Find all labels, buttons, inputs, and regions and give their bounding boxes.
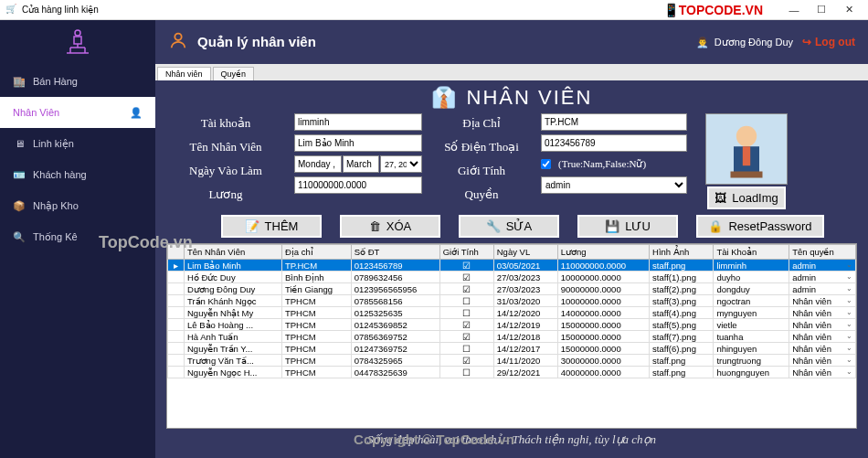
page-title: Quản lý nhân viên [197,34,316,50]
app-logo [0,20,155,66]
svg-point-8 [736,126,757,146]
nav-nhanvien[interactable]: Nhân Viên👤 [0,97,155,128]
column-header[interactable]: Địa chỉ [281,245,351,260]
tab-nhanvien[interactable]: Nhân viên [157,67,211,80]
warehouse-icon: 📦 [13,199,26,212]
data-grid[interactable]: Tên Nhân ViênĐịa chỉSố ĐTGiới TínhNgày V… [166,243,857,429]
edit-icon: 🔧 [486,219,501,233]
nav-khachhang[interactable]: 🪪Khách hàng [0,159,155,190]
table-row[interactable]: Nguyễn Trần Y...TPHCM01247369752☐14/12/2… [168,343,856,355]
column-header[interactable]: Ngày VL [493,245,557,260]
column-header[interactable]: Hình Ảnh [650,245,714,260]
panel-title: 👔 NHÂN VIÊN [166,86,857,110]
window-titlebar: 🛒 Cửa hàng linh kiện — ☐ ✕ [0,0,868,20]
delete-icon: 🗑 [369,219,381,233]
luu-button[interactable]: 💾LƯU [577,215,678,238]
input-date-year[interactable]: 27, 202 [380,155,422,173]
person-icon: 👤 [130,106,143,119]
minimize-button[interactable]: — [780,5,808,16]
input-date-day[interactable] [294,155,342,173]
column-header[interactable]: Giới Tính [439,245,493,260]
search-icon: 🔍 [13,230,26,243]
table-row[interactable]: Lê Bảo Hoàng ...TPHCM01245369852☑14/12/2… [168,319,856,331]
table-row[interactable]: Trương Văn Tấ...TPHCM0784325965☑14/11/20… [168,355,856,367]
input-sdt[interactable] [541,134,687,152]
loadimg-button[interactable]: 🖼 LoadImg [707,186,786,209]
window-title: Cửa hàng linh kiện [22,5,99,15]
label-ngay: Ngày Vào Làm [166,161,285,181]
svg-point-7 [175,33,181,39]
select-quyen[interactable]: admin [541,176,687,194]
column-header[interactable]: Lương [557,245,649,260]
image-icon: 🖼 [715,191,726,205]
save-icon: 💾 [605,219,619,233]
table-row[interactable]: Trần Khánh NgọcTPHCM0785568156☐31/03/202… [168,295,856,307]
svg-rect-1 [74,37,81,44]
label-sdt: Số Điện Thoại [431,137,532,157]
checkbox-gioitinh[interactable] [541,159,551,169]
page-header: Quản lý nhân viên 👨‍💼 Dương Đông Duy ↪ L… [155,20,868,64]
footer-text: Sống đẹp hoài, vui theo chỉ – Thách tiện… [166,429,857,454]
column-header[interactable]: Tài Khoản [714,245,789,260]
table-row[interactable]: Nguyễn Ngọc H...TPHCM04478325639☐29/12/2… [168,367,856,378]
store-icon: 🏬 [13,75,26,88]
reset-password-button[interactable]: 🔒ResetPassword [696,215,824,238]
logout-button[interactable]: ↪ Log out [802,36,855,48]
column-header[interactable]: Số ĐT [351,245,439,260]
label-truefalse: (True:Nam,False:Nữ) [558,158,646,170]
column-header[interactable] [168,245,185,260]
logout-icon: ↪ [802,36,811,48]
label-quyen: Quyền [431,185,532,205]
them-button[interactable]: 📝THÊM [221,215,322,238]
nav-nhapkho[interactable]: 📦Nhập Kho [0,190,155,221]
column-header[interactable]: Tên quyền [789,245,856,260]
input-taikhoan[interactable] [294,113,422,131]
label-luong: Lương [166,185,285,205]
close-button[interactable]: ✕ [835,4,863,16]
label-ten: Tên Nhân Viên [166,137,285,157]
nav-thongke[interactable]: 🔍Thống Kê [0,221,155,252]
table-row[interactable]: Nguyễn Nhật MyTPHCM0125325635☐14/12/2020… [168,307,856,319]
maximize-button[interactable]: ☐ [808,4,835,16]
table-row[interactable]: ▸Lim Bảo MinhTP.HCM0123456789☑03/05/2021… [168,260,856,272]
app-icon: 🛒 [5,4,18,16]
input-diachi[interactable] [541,113,687,131]
card-icon: 🪪 [13,168,26,181]
xoa-button[interactable]: 🗑XÓA [340,215,440,238]
lock-icon: 🔒 [708,219,723,233]
nav-linhkien[interactable]: 🖥Linh kiện [0,128,155,159]
user-icon [168,30,188,55]
staff-icon: 👔 [431,86,458,110]
label-taikhoan: Tài khoản [166,113,285,133]
label-gioitinh: Giới Tính [431,161,532,181]
monitor-icon: 🖥 [13,137,26,150]
input-date-month[interactable] [343,155,379,173]
table-row[interactable]: Hồ Đức DuyBình Định0789632456☑27/03/2023… [168,272,856,283]
current-user: 👨‍💼 Dương Đông Duy [696,37,793,48]
svg-rect-10 [743,146,750,165]
nav-banhang[interactable]: 🏬Bán Hàng [0,66,155,97]
column-header[interactable]: Tên Nhân Viên [185,245,282,260]
input-luong[interactable] [294,176,422,194]
sua-button[interactable]: 🔧SỬA [459,215,559,238]
table-row[interactable]: Hà Anh TuấnTPHCM07856369752☑14/12/201815… [168,331,856,343]
user-avatar-icon: 👨‍💼 [696,37,709,48]
tab-quyen[interactable]: Quyền [213,67,255,80]
svg-rect-11 [731,172,763,178]
sidebar: 🏬Bán Hàng Nhân Viên👤 🖥Linh kiện 🪪Khách h… [0,20,155,458]
tab-bar: Nhân viên Quyền [155,64,868,80]
add-icon: 📝 [245,219,259,233]
table-row[interactable]: Dương Đông DuyTiền Giangg0123956565956☑2… [168,283,856,295]
input-ten[interactable] [294,134,422,152]
avatar-image [705,113,788,185]
svg-point-0 [75,30,80,36]
label-diachi: Địa Chỉ [431,113,532,133]
